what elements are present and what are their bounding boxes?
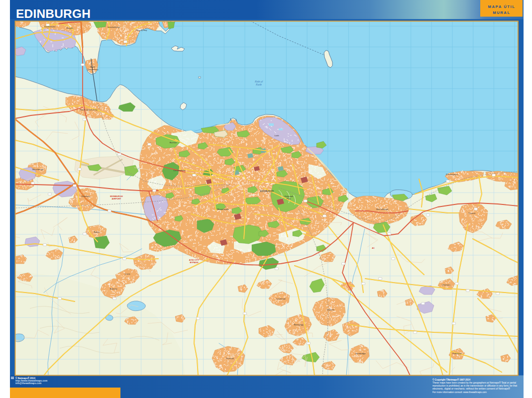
svg-text:BYPASS: BYPASS bbox=[190, 261, 199, 264]
svg-text:Currie: Currie bbox=[124, 273, 130, 275]
svg-text:Ormiston: Ormiston bbox=[442, 284, 451, 286]
svg-text:Gorebridge: Gorebridge bbox=[355, 352, 366, 355]
svg-text:MURAL: MURAL bbox=[493, 10, 510, 15]
svg-text:AIRPORT: AIRPORT bbox=[112, 198, 121, 200]
svg-text:info@thewallmaps.com: info@thewallmaps.com bbox=[15, 382, 41, 385]
svg-text:Park: Park bbox=[287, 198, 292, 200]
svg-text:A1: A1 bbox=[372, 247, 375, 249]
svg-text:Dalgety Bay: Dalgety Bay bbox=[136, 29, 147, 31]
svg-text:South Queensferry: South Queensferry bbox=[80, 108, 98, 111]
svg-text:MAPA ÚTIL: MAPA ÚTIL bbox=[488, 4, 516, 9]
svg-text:Bonnyrigg: Bonnyrigg bbox=[294, 323, 304, 326]
svg-text:EDINBURGH: EDINBURGH bbox=[260, 190, 274, 193]
svg-text:Penicuik: Penicuik bbox=[226, 357, 234, 360]
svg-text:Musselburgh: Musselburgh bbox=[376, 208, 389, 210]
svg-text:Loanhead: Loanhead bbox=[276, 298, 286, 300]
svg-text:Queensferry: Queensferry bbox=[87, 68, 99, 71]
svg-text:For more information consult:: For more information consult: www.thewal… bbox=[432, 391, 487, 394]
svg-text:Balerno: Balerno bbox=[110, 288, 117, 290]
svg-text:Dalkeith: Dalkeith bbox=[326, 308, 334, 311]
svg-text:Corstorphine: Corstorphine bbox=[173, 169, 186, 172]
svg-text:Prestonpans: Prestonpans bbox=[446, 173, 458, 176]
svg-text:Leith: Leith bbox=[274, 134, 279, 137]
svg-text:Morningside: Morningside bbox=[217, 208, 229, 210]
svg-text:© Copyright ©Netmaps® 1997-201: © Copyright ©Netmaps® 1997-2014 bbox=[432, 378, 470, 381]
svg-text:Forth: Forth bbox=[256, 83, 262, 86]
svg-text:Rosyth: Rosyth bbox=[66, 27, 73, 29]
svg-text:Barnton: Barnton bbox=[170, 141, 177, 144]
svg-text:Pathhead: Pathhead bbox=[452, 352, 462, 355]
svg-text:Inverkeithing: Inverkeithing bbox=[107, 26, 119, 28]
svg-text:EDINBURGH: EDINBURGH bbox=[16, 7, 91, 20]
svg-text:© Netmaps® 2014: © Netmaps® 2014 bbox=[15, 377, 35, 380]
svg-text:http://www.thewallmaps.com: http://www.thewallmaps.com bbox=[15, 380, 47, 382]
svg-text:Kirkliston: Kirkliston bbox=[82, 195, 91, 198]
svg-text:electronic, digital or mechani: electronic, digital or mechanic; without… bbox=[432, 387, 510, 390]
svg-text:Tranent: Tranent bbox=[468, 212, 476, 214]
svg-text:Winchburgh: Winchburgh bbox=[32, 168, 44, 171]
svg-text:Ratho: Ratho bbox=[94, 231, 100, 233]
svg-text:Dunfermline: Dunfermline bbox=[44, 25, 56, 28]
